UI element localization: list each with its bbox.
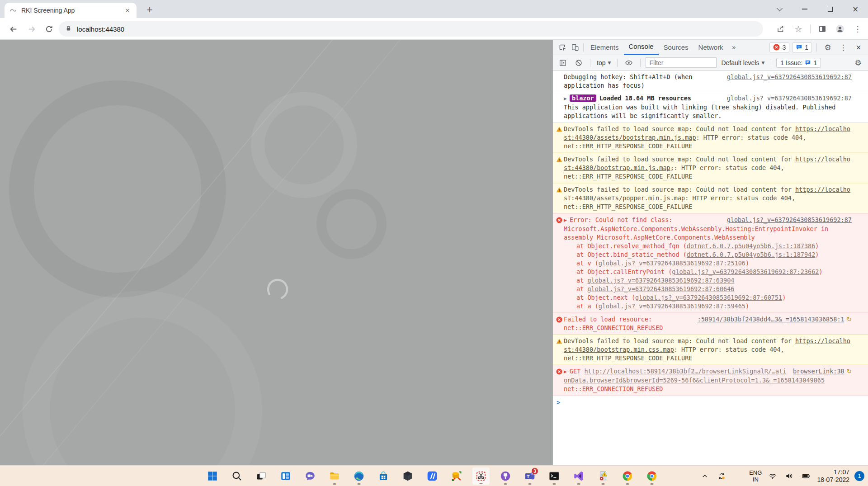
console-message-list: global.js?_v=637926430853619692:87Debugg… <box>553 71 868 465</box>
warning-icon <box>556 126 562 132</box>
notification-count-badge[interactable]: 1 <box>854 471 864 481</box>
console-filter-input[interactable] <box>646 57 717 68</box>
stack-frame-link[interactable]: dotnet.6.0.7.p5u04yo5b6.js:1:187386 <box>687 242 815 250</box>
expand-triangle-icon[interactable]: ▶ <box>564 94 567 103</box>
taskbar-chat-icon[interactable] <box>301 467 319 485</box>
taskbar-start-icon[interactable] <box>203 467 222 485</box>
source-location-link[interactable]: global.js?_v=637926430853619692:87 <box>727 216 852 223</box>
more-tabs-icon[interactable]: » <box>728 43 740 52</box>
stack-frame: at Object.resolve_method_fqn (dotnet.6.0… <box>564 242 852 250</box>
browser-tab[interactable]: RKI Screening App × <box>5 3 137 18</box>
inspect-element-icon[interactable] <box>556 42 569 53</box>
source-location: global.js?_v=637926430853619692:87 <box>727 73 852 81</box>
context-selector[interactable]: top▼ <box>595 59 612 66</box>
bookmark-star-icon[interactable]: ☆ <box>791 21 806 37</box>
source-location-link[interactable]: global.js?_v=637926430853619692:87 <box>727 94 852 102</box>
address-bar[interactable]: localhost:44380 <box>59 21 763 37</box>
tab-title: RKI Screening App <box>21 7 123 14</box>
taskbar-task-view-icon[interactable] <box>252 467 270 485</box>
browser-menu-icon[interactable]: ⋮ <box>850 21 865 37</box>
error-count-badge[interactable]: 3 <box>769 42 789 52</box>
stack-frame-link[interactable]: global.js?_v=637926430853619692:87:60751 <box>635 294 782 301</box>
console-toolbar: top▼ Default levels▼ 1 Issue: 1 ⚙ <box>553 55 868 71</box>
devtools-close-icon[interactable]: × <box>852 42 865 53</box>
console-settings-icon[interactable]: ⚙ <box>852 57 864 69</box>
volume-icon[interactable] <box>783 470 795 482</box>
devtools-tab-elements[interactable]: Elements <box>585 40 624 55</box>
taskbar-setup-document-icon[interactable] <box>594 467 612 485</box>
stack-frame-link[interactable]: global.js?_v=637926430853619692:87:23662 <box>672 268 819 275</box>
running-indicator <box>528 483 532 485</box>
language-indicator[interactable]: ENG IN <box>749 469 762 483</box>
taskbar-chrome-1-icon[interactable] <box>618 467 637 485</box>
devtools-tab-network[interactable]: Network <box>693 40 728 55</box>
share-icon[interactable] <box>773 21 788 37</box>
message-link[interactable]: http://localhost:58914/38b3bf2…/browserL… <box>564 368 825 384</box>
side-panel-icon[interactable] <box>815 21 830 37</box>
tab-search-icon[interactable] <box>767 0 792 18</box>
sync-status-icon[interactable] <box>716 470 727 482</box>
profile-avatar[interactable] <box>832 21 848 37</box>
taskbar-github-desktop-icon[interactable] <box>496 467 514 485</box>
stack-frame-link[interactable]: global.js?_v=637926430853619692:87:63904 <box>587 277 734 284</box>
taskbar-sql-tools-icon[interactable] <box>448 467 466 485</box>
source-location-link[interactable]: browserLink:38 <box>793 368 844 375</box>
console-message-text: Failed to load resource: net::ERR_CONNEC… <box>564 316 663 331</box>
taskbar-terminal-icon[interactable] <box>545 467 563 485</box>
unread-count-badge: 3 <box>531 467 538 475</box>
devtools-tab-console[interactable]: Console <box>624 40 659 55</box>
hidden-icons-chevron-icon[interactable] <box>699 470 711 482</box>
expand-triangle-icon[interactable]: ▶ <box>564 368 567 376</box>
running-indicator <box>553 483 556 485</box>
taskbar-visual-studio-icon[interactable] <box>570 467 588 485</box>
taskbar-file-explorer-icon[interactable] <box>326 467 344 485</box>
warning-icon <box>556 156 562 163</box>
stack-frame-link[interactable]: global.js?_v=637926430853619692:87:59465 <box>599 302 745 310</box>
taskbar-snipping-tool-icon[interactable] <box>472 467 490 485</box>
console-prompt-chevron: > <box>557 399 560 406</box>
taskbar-store-icon[interactable] <box>374 467 392 485</box>
expand-triangle-icon[interactable]: ▶ <box>564 216 567 225</box>
back-button[interactable] <box>5 21 21 37</box>
issues-button[interactable]: 1 Issue: 1 <box>776 58 821 68</box>
taskbar-chrome-2-icon[interactable] <box>643 467 661 485</box>
live-expression-eye-icon[interactable] <box>623 57 635 69</box>
running-indicator <box>333 483 336 485</box>
taskbar-dark-cube-app-icon[interactable] <box>399 467 417 485</box>
stack-frame: at global.js?_v=637926430853619692:87:60… <box>564 285 852 293</box>
divider <box>640 59 641 67</box>
stack-frame-link[interactable]: dotnet.6.0.7.p5u04yo5b6.js:1:187942 <box>687 251 815 258</box>
background-ring <box>23 291 262 465</box>
device-toolbar-icon[interactable] <box>569 42 581 53</box>
console-sidebar-icon[interactable] <box>557 57 569 69</box>
taskbar-search-icon[interactable] <box>228 467 246 485</box>
clear-console-icon[interactable] <box>572 57 585 69</box>
tab-close-icon[interactable]: × <box>123 6 132 15</box>
reload-button[interactable] <box>41 21 57 37</box>
stack-frame-link[interactable]: global.js?_v=637926430853619692:87:25106 <box>599 260 745 267</box>
taskbar-edge-icon[interactable] <box>350 467 368 485</box>
taskbar-teams-icon[interactable]: 3 <box>521 467 539 485</box>
url-text[interactable]: localhost:44380 <box>77 25 124 33</box>
forward-button[interactable] <box>24 21 39 37</box>
new-tab-button[interactable]: + <box>143 4 156 17</box>
browserlink-indicator-icon: ↻ <box>847 367 852 376</box>
taskbar-slashes-app-icon[interactable] <box>423 467 441 485</box>
window-close-button[interactable]: × <box>843 0 868 18</box>
devtools-tab-sources[interactable]: Sources <box>659 40 693 55</box>
battery-icon[interactable] <box>800 470 812 482</box>
window-minimize-button[interactable] <box>792 0 817 18</box>
running-indicator <box>358 483 361 485</box>
clock[interactable]: 17:07 18-07-2022 <box>817 468 849 484</box>
log-levels-selector[interactable]: Default levels▼ <box>720 59 766 66</box>
source-location-link[interactable]: global.js?_v=637926430853619692:87 <box>727 73 852 80</box>
wifi-icon[interactable] <box>767 470 778 482</box>
window-maximize-button[interactable] <box>817 0 843 18</box>
console-prompt-row[interactable]: > <box>553 396 868 410</box>
devtools-settings-icon[interactable]: ⚙ <box>821 42 834 53</box>
stack-frame-link[interactable]: global.js?_v=637926430853619692:87:60646 <box>587 285 734 293</box>
devtools-menu-icon[interactable]: ⋮ <box>837 42 849 53</box>
issue-count-badge[interactable]: 1 <box>792 42 812 52</box>
taskbar-widgets-icon[interactable] <box>277 467 295 485</box>
source-location-link[interactable]: :58914/38b3bf2438dd4…3&_=1658143036858:1 <box>698 316 844 323</box>
